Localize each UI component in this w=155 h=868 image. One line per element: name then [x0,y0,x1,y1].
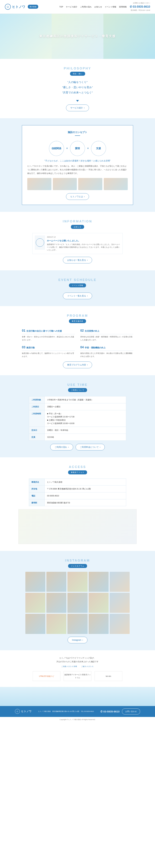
instagram-post[interactable] [110,614,130,634]
instagram-post[interactable] [89,614,108,634]
usetime-price-button[interactable]: ご利用料金について [75,444,105,451]
insta-title-en: INSTAGRAM [25,558,130,563]
footer-sky-image [0,687,155,706]
philosophy-button[interactable]: サービス紹介 [66,104,89,111]
news-date: 2024.07.12 [47,236,120,239]
access-title-en: ACCESS [19,464,136,470]
access-table: 事業所名ヒトノワ南大泉校 所在地〒178-0064 東京都練馬区南大泉4-31-… [29,478,126,506]
instagram-button[interactable]: Instagram [68,637,87,643]
instagram-post[interactable] [89,572,108,592]
footer-contact-button[interactable]: お問い合わせ [122,708,140,714]
program-title-en: PROGRAM [19,313,136,318]
nav-event[interactable]: イベント情報 [105,5,116,8]
concept-circle: 支援 [91,141,106,156]
table-row: 事業所名ヒトノワ南大泉校 [29,478,126,486]
hero-headline: 東京都練馬区の放課後等デイサービス・療育支援 [39,33,116,39]
instagram-post[interactable] [25,593,45,613]
usetime-section: USE TIME ご利用について ご利用対象小学校1年〜高校3年生までの児童（支… [0,375,155,457]
banner-tenten[interactable]: ten-ten [95,671,122,681]
usetime-title-en: USE TIME [25,382,130,388]
philosophy-title-en: PHILOSOPHY [25,66,130,71]
concept-photo [53,178,77,190]
nav-flow[interactable]: ご利用の流れ [80,5,92,8]
table-row: 最寄駅西武池袋線 保谷駅 徒歩7分 [29,499,126,506]
info-list-button[interactable]: お知らせ一覧を見る [63,257,92,264]
table-row: 定員1日10名 [29,434,126,440]
event-list-button[interactable]: イベント一覧を見る [63,292,92,299]
header-tel[interactable]: ✆03-5935-8610 [130,4,150,9]
logo-icon [36,239,44,247]
logo-icon: ☺ [15,709,20,714]
instagram-post[interactable] [25,572,45,592]
access-section: ACCESS 事業所アクセス 事業所名ヒトノワ南大泉校 所在地〒178-0064… [0,457,155,551]
concept-photo [104,178,128,190]
table-row: 電話03-5935-8610 [29,492,126,499]
usetime-table: ご利用対象小学校1年〜高校3年生までの児童（支援級・支援校） ご利用日月曜日〜土… [29,396,126,441]
logo[interactable]: ☺ ヒトノワ [5,4,25,10]
copyright: Copyright © ヒトノワ南大泉校 All Rights Reserved… [0,717,155,722]
info-title-ja: お知らせ [71,225,84,229]
news-card[interactable]: 2024.07.12 ホームページを公開いたしました。 放課後等デイサービス「ヒ… [32,233,123,254]
philosophy-lines: "人の輪をつくり" "優しさ・思いやりを育み" "共育での未来へとつなぐ" [25,80,130,95]
instagram-post[interactable] [67,614,87,634]
instagram-post[interactable] [46,572,66,592]
instagram-post[interactable] [110,572,130,592]
instagram-grid [25,572,130,634]
instagram-post[interactable] [46,614,66,634]
event-section: EVENT SCHEDULE イベント情報 イベント一覧を見る [0,270,155,306]
tel-label: お気軽にお電話ください [130,2,150,4]
program-button[interactable]: 教育プログラム内容 [63,362,92,368]
info-title-en: INFORMATION [25,219,130,224]
logo-text: ヒトノワ [12,4,25,9]
nav-top[interactable]: TOP [59,5,63,8]
concept-circle: 信頼関係 [49,141,64,156]
footer-logo[interactable]: ☺ ヒトノワ [15,709,32,714]
news-desc: 放課後等デイサービス「ヒトノワ南大泉校」のホームページを公開いたしました。当ホー… [47,243,120,251]
insta-title-ja: インスタグラム [68,564,87,568]
instagram-section: INSTAGRAM インスタグラム Instagram [0,551,155,650]
program-item: 03集団行動 集団活動への参加を通じて、協調性やコミュニケーション能力を育みます… [22,345,75,358]
news-thumb [35,236,45,249]
usetime-title-ja: ご利用について [68,388,87,392]
concept-body: ヒトノワのスタッフ全員の願いです。その為にも、本人・ご家族と信頼関係を築き、子供… [27,164,128,175]
map[interactable] [19,509,136,544]
program-title-ja: 教育支援内容 [69,319,86,323]
banner-litalico[interactable]: LITALICO 発達ナビ [33,671,60,681]
header-nav: TOP サービス紹介 ご利用の流れ お知らせ イベント情報 採用情報 [59,5,127,8]
footer-tel[interactable]: ✆03-5935-8610 [100,709,120,714]
event-title-en: EVENT SCHEDULE [25,277,130,283]
instagram-post[interactable] [67,572,87,592]
table-row: ご利用時間■ 平日（月〜金） サービス提供時間 13:30〜17:30 ■ 土曜… [29,410,126,427]
information-section: INFORMATION お知らせ 2024.07.12 ホームページを公開いたし… [0,212,155,270]
header: ☺ ヒトノワ 南大泉校 TOP サービス紹介 ご利用の流れ お知らせ イベント情… [0,0,155,14]
instagram-post[interactable] [46,593,66,613]
crowdfunding-section: ヒトノワはクラウドファンディング及び、 沢山の方からのご支援の元出来上がった施設… [0,650,155,687]
instagram-post[interactable] [25,614,45,634]
phone-icon: ✆ [130,4,132,9]
table-row: 定休日日曜日・祝日・年末年始 [29,427,126,434]
concept-lead: "子どもたちが、ここは自分の居場所！好きな場所！と感じられる空間" [27,159,128,162]
nav-news[interactable]: お知らせ [94,5,102,8]
table-row: ご利用対象小学校1年〜高校3年生までの児童（支援級・支援校） [29,396,126,403]
nav-service[interactable]: サービス紹介 [66,5,77,8]
philosophy-section: PHILOSOPHY 理念・想い "人の輪をつくり" "優しさ・思いやりを育み"… [0,59,155,118]
cf-link-supporters[interactable]: ご支援いただいた皆様 [61,665,77,668]
multiply-icon: × [66,146,68,151]
concept-button[interactable]: ヒトノワとは [66,193,89,200]
instagram-post[interactable] [67,593,87,613]
logo-icon: ☺ [5,4,11,10]
concept-photo [27,178,52,190]
table-row: 所在地〒178-0064 東京都練馬区南大泉4-31-16 澤ビル1階 [29,486,126,492]
instagram-post[interactable] [89,593,108,613]
event-title-ja: イベント情報 [69,283,86,287]
table-row: ご利用日月曜日〜土曜日 [29,403,126,410]
phone-icon: ✆ [100,709,103,714]
cf-link-coop[interactable]: ご協力いただいた [81,665,94,668]
banner-shougaiji[interactable]: 放課後等デイサービス 障害児ドットコム [64,671,91,681]
tel-time: 受付時間：平日9:00〜18:00 [130,9,150,12]
philosophy-title-ja: 理念・想い [70,72,85,76]
nav-recruit[interactable]: 採用情報 [119,5,127,8]
usetime-flow-button[interactable]: ご利用の流れ [50,444,73,451]
instagram-post[interactable] [110,593,130,613]
banner-list: LITALICO 発達ナビ 放課後等デイサービス 障害児ドットコム ten-te… [25,671,130,681]
